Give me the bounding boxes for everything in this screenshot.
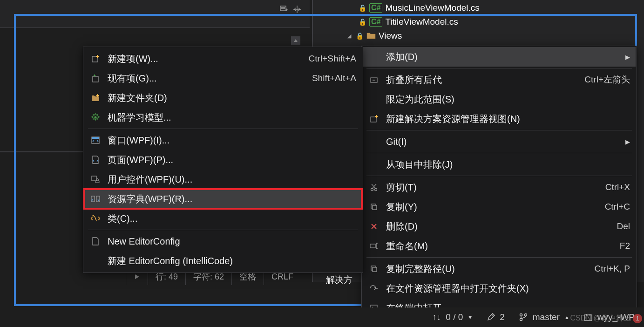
context-menu: 添加(D) ▶ 折叠所有后代 Ctrl+左箭头 限定为此范围(S) 新建解决方案… [361,46,637,319]
open-folder-icon [368,283,380,294]
svg-rect-18 [373,267,377,272]
menu-git[interactable]: Git(I) ▶ [363,132,636,151]
menu-shortcut: Shift+Alt+A [312,73,356,83]
tree-item-label: Views [379,31,402,41]
submenu-arrow-icon: ▶ [625,138,630,145]
menu-existing-item[interactable]: 现有项(G)... Shift+Alt+A [84,68,362,88]
menu-label: 从项目中排除(J) [386,158,630,171]
menu-rename[interactable]: 重命名(M) F2 [363,236,636,256]
copy-path-icon [368,263,380,274]
svg-point-2 [95,116,97,119]
menu-new-folder[interactable]: 新建文件夹(D) [84,88,362,108]
menu-wpf-resource-dict[interactable]: 资源字典(WPF)(R)... [84,189,362,209]
menu-cut[interactable]: 剪切(T) Ctrl+X [363,177,636,197]
expand-arrow-icon: ◢ [347,33,351,39]
copy-icon [368,201,380,212]
csdn-watermark: CSDN @龙中舞王 1 [570,313,642,323]
status-changes[interactable]: ↑↓ 0 / 0 ▼ [432,312,473,322]
menu-shortcut: Ctrl+K, P [594,264,630,274]
submenu-arrow-icon: ▶ [625,54,630,61]
menu-wpf-page[interactable]: 页面(WPF)(P)... [84,150,362,170]
new-item-icon [90,53,101,64]
status-edits[interactable]: 2 [487,312,505,322]
svg-rect-4 [92,137,99,139]
csdn-badge: 1 [633,314,642,323]
menu-collapse-all[interactable]: 折叠所有后代 Ctrl+左箭头 [363,70,636,89]
svg-point-13 [375,189,377,191]
status-bar: ↑↓ 0 / 0 ▼ 2 master ▲ wyy_-WP [0,307,644,327]
menu-wpf-window[interactable]: 窗口(WPF)(I)... [84,130,362,150]
collapse-icon [368,74,380,85]
blank-icon [368,94,380,105]
tree-item-file[interactable]: 🔒 C# MusicLineViewModel.cs [332,1,644,15]
menu-new-editorconfig[interactable]: New EditorConfig [84,232,362,251]
scroll-up-arrow[interactable] [291,36,300,45]
menu-shortcut: Ctrl+C [605,202,630,212]
tree-item-file[interactable]: 🔒 C# TitileViewModel.cs [332,15,644,29]
menu-shortcut: Ctrl+X [605,182,630,192]
menu-class[interactable]: 类(C)... [84,209,362,228]
menu-new-solution-view[interactable]: 新建解决方案资源管理器视图(N) [363,109,636,129]
menu-label: 剪切(T) [386,181,599,194]
dropdown-icon[interactable] [280,6,288,13]
menu-label: 重命名(M) [386,240,613,252]
svg-point-20 [520,314,522,316]
svg-rect-5 [92,176,96,181]
file-icon [90,236,101,247]
wpf-page-icon [90,154,101,165]
menu-label: 复制(Y) [386,201,598,213]
wpf-resource-icon [90,193,101,204]
status-branch[interactable]: master ▲ [519,312,569,322]
menu-label: 资源字典(WPF)(R)... [108,193,356,205]
svg-point-9 [93,215,94,217]
svg-point-21 [520,319,522,321]
menu-wpf-usercontrol[interactable]: 用户控件(WPF)(U)... [84,170,362,189]
menu-label: 折叠所有后代 [386,74,578,86]
menu-label: 新建项(W)... [108,53,302,65]
tree-item-label: MusicLineViewModel.cs [385,3,479,13]
menu-delete[interactable]: 删除(D) Del [363,217,636,236]
status-edits-count: 2 [500,312,505,322]
menu-separator [366,68,632,68]
cut-icon [368,182,380,193]
menu-label: 复制完整路径(U) [386,263,588,275]
rename-icon [368,240,380,252]
delete-icon [368,221,380,232]
menu-label: 添加(D) [386,51,619,63]
menu-separator [366,153,632,153]
lock-icon: 🔒 [359,4,366,12]
svg-rect-15 [373,205,377,210]
tree-item-folder[interactable]: ◢ 🔒 Views [332,29,644,43]
menu-new-item[interactable]: 新建项(W)... Ctrl+Shift+A [84,49,362,68]
menu-new-editorconfig-intellicode[interactable]: 新建 EditorConfig (IntelliCode) [84,251,362,271]
csharp-badge: C# [369,3,382,13]
new-view-icon [368,113,380,124]
chevron-down-icon: ▼ [468,314,473,320]
solution-explorer-tab[interactable]: 解决方 [326,274,353,286]
new-folder-icon [90,92,101,103]
menu-copy[interactable]: 复制(Y) Ctrl+C [363,197,636,217]
add-submenu: 新建项(W)... Ctrl+Shift+A 现有项(G)... Shift+A… [83,47,363,273]
menu-shortcut: Ctrl+Shift+A [309,54,356,64]
branch-name: master [533,312,560,322]
svg-rect-11 [371,117,376,122]
menu-add[interactable]: 添加(D) ▶ [363,47,636,67]
menu-shortcut: F2 [620,241,630,251]
menu-open-in-explorer[interactable]: 在文件资源管理器中打开文件夹(X) [363,279,636,298]
wpf-usercontrol-icon [90,174,101,185]
menu-exclude[interactable]: 从项目中排除(J) [363,155,636,174]
blank-icon [368,51,380,62]
csharp-badge: C# [369,17,382,27]
editor-tabs-bar [0,0,310,28]
existing-item-icon [90,73,101,84]
svg-point-12 [371,189,373,191]
ml-model-icon [90,112,101,123]
menu-scope-to[interactable]: 限定为此范围(S) [363,89,636,109]
menu-label: 在文件资源管理器中打开文件夹(X) [386,282,630,295]
menu-ml-model[interactable]: 机器学习模型... [84,108,362,127]
updown-arrows-icon: ↑↓ [432,312,441,322]
split-view-icon[interactable] [293,5,301,14]
menu-copy-full-path[interactable]: 复制完整路径(U) Ctrl+K, P [363,259,636,279]
menu-label: 新建文件夹(D) [108,92,356,104]
lock-icon: 🔒 [359,18,366,26]
